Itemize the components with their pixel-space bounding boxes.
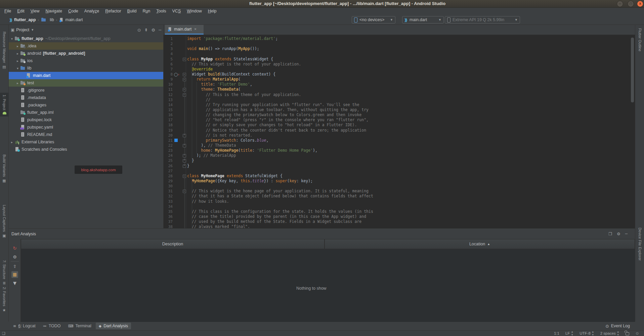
menu-analyze[interactable]: Analyze: [81, 7, 102, 15]
analysis-settings-icon[interactable]: ⚙: [11, 254, 18, 260]
tree-item-pubspec-yaml[interactable]: pubspec.yaml: [9, 124, 163, 131]
override-marker-icon[interactable]: [174, 73, 178, 77]
line-separator-selector[interactable]: LF▲▼: [565, 330, 573, 336]
fold-end-icon[interactable]: ⌃: [183, 159, 186, 162]
menu-navigate[interactable]: Navigate: [43, 7, 65, 15]
menu-file[interactable]: File: [1, 7, 14, 15]
caret-position[interactable]: 1:1: [554, 331, 559, 335]
tree-item-ios[interactable]: ▸ios: [9, 57, 163, 64]
bottom-tab-todo[interactable]: ≔TODO: [40, 323, 64, 329]
restart-analysis-icon[interactable]: ↻: [11, 245, 18, 252]
analysis-panel-header[interactable]: Dart Analysis ❐⚙─: [9, 229, 635, 239]
editor-scrollbar[interactable]: [631, 38, 634, 102]
breadcrumb-item-flutter_app[interactable]: ⟫flutter_app: [9, 17, 36, 22]
stripe-device-file-explorer[interactable]: Device File Explorer: [636, 228, 644, 260]
close-tab-icon[interactable]: ×: [194, 27, 197, 32]
fold-start-icon[interactable]: −: [183, 175, 186, 178]
hide-panel-icon[interactable]: ─: [625, 232, 628, 236]
minimize-button[interactable]: –: [617, 1, 623, 7]
gutter-markers: [173, 112, 181, 117]
code-line: 12− // This is the theme of your applica…: [164, 92, 635, 97]
tree-item-label: .metadata: [27, 95, 46, 100]
unlock-icon[interactable]: [626, 332, 629, 335]
tree-item-lib[interactable]: ▾lib: [9, 64, 163, 72]
bottom-tab-6-logcat[interactable]: ≡6: Logcat: [10, 323, 39, 329]
stripe-resource-manager[interactable]: Resource Manager▤: [0, 32, 8, 69]
expand-icon[interactable]: ⇧: [11, 263, 18, 270]
code-line: 36 // case the title) provided by the pa…: [164, 214, 635, 219]
menu-build[interactable]: Build: [124, 7, 140, 15]
fold-end-icon[interactable]: ⌃: [183, 134, 186, 137]
close-button[interactable]: x: [637, 1, 643, 7]
stripe-7-structure[interactable]: 7: Structure≣: [0, 260, 8, 285]
tool-window-toggle-icon[interactable]: ❑: [2, 331, 5, 336]
column-header-location[interactable]: Location ▲: [325, 239, 635, 249]
tree-item-readme-md[interactable]: README.md: [9, 131, 163, 138]
stripe-2-favorites[interactable]: 2: Favorites★: [0, 287, 8, 313]
tree-item-external-libraries[interactable]: ▸External Libraries: [9, 138, 163, 146]
fold-start-icon[interactable]: −: [183, 73, 186, 76]
fold-end-icon[interactable]: ⌃: [183, 144, 186, 147]
tree-item-scratches-and-consoles[interactable]: Scratches and Consoles: [9, 146, 163, 153]
menu-edit[interactable]: Edit: [14, 7, 28, 15]
event-log-button[interactable]: ⊙ Event Log: [605, 322, 630, 330]
hide-panel-icon[interactable]: ─: [159, 28, 161, 33]
menu-view[interactable]: View: [28, 7, 43, 15]
tree-item--packages[interactable]: .packages: [9, 101, 163, 109]
fold-start-icon[interactable]: −: [183, 88, 186, 91]
title-bar[interactable]: flutter_app [~/Desktop/development/flutt…: [0, 0, 644, 8]
menu-code[interactable]: Code: [65, 7, 81, 15]
filter-icon[interactable]: ▼: [11, 280, 18, 287]
highlighting-level-icon[interactable]: ☺: [635, 331, 639, 336]
stripe-build-variants[interactable]: Build Variants▦: [0, 154, 8, 183]
tree-item-main-dart[interactable]: main.dart: [9, 72, 163, 79]
menu-refactor[interactable]: Refactor: [102, 7, 124, 15]
indent-selector[interactable]: 2 spaces▲▼: [600, 330, 619, 336]
device-selector[interactable]: <no devices> ▼: [352, 16, 395, 23]
maximize-button[interactable]: □: [628, 1, 634, 7]
analysis-results-table[interactable]: Nothing to show: [21, 249, 635, 322]
menu-window[interactable]: Window: [184, 7, 205, 15]
fold-start-icon[interactable]: −: [183, 78, 186, 81]
bottom-tab-dart-analysis[interactable]: ◈Dart Analysis: [96, 323, 131, 329]
settings-icon[interactable]: ⚙: [152, 28, 156, 33]
menu-vcs[interactable]: VCS: [169, 7, 184, 15]
tree-item--metadata[interactable]: .metadata: [9, 94, 163, 101]
menu-run[interactable]: Run: [139, 7, 153, 15]
tree-item-flutter-app[interactable]: ▾flutter_app~/Desktop/development/flutte…: [9, 35, 163, 42]
breadcrumb-item-main.dart[interactable]: main.dart: [59, 17, 83, 22]
run-config-selector[interactable]: ⟫ main.dart ▼: [402, 16, 444, 23]
tree-item--idea[interactable]: ▸.idea: [9, 42, 163, 50]
breadcrumb-item-lib[interactable]: lib: [41, 17, 54, 22]
tab-main-dart[interactable]: main.dart ×: [165, 25, 204, 35]
fold-start-icon[interactable]: −: [183, 58, 186, 61]
stripe-layout-captures[interactable]: Layout Captures▣: [0, 205, 8, 238]
project-panel-header[interactable]: ▣ Project ▼ ⊙⇞⚙─: [9, 25, 163, 35]
line-number: 34: [164, 204, 173, 209]
fold-start-icon[interactable]: −: [183, 93, 186, 97]
settings-icon[interactable]: ⚙: [617, 232, 620, 236]
sort-ascending-icon: ▲: [487, 242, 490, 246]
fold-end-icon[interactable]: ⌃: [183, 154, 186, 157]
tree-item-android[interactable]: ▸android[flutter_app_android]: [9, 50, 163, 57]
stripe-flutter-outline[interactable]: Flutter Outline: [636, 28, 644, 51]
fold-end-icon[interactable]: ⌃: [183, 164, 186, 168]
collapse-all-icon[interactable]: ⇞: [144, 28, 148, 33]
deploy-target-selector[interactable]: Extreme API 19 Q 2k 5.99in ▼: [445, 16, 520, 23]
float-mode-icon[interactable]: ❐: [608, 232, 612, 236]
menu-help[interactable]: Help: [205, 7, 220, 15]
fold-start-icon[interactable]: −: [183, 190, 186, 193]
tree-item-flutter-app-iml[interactable]: flutter_app.iml: [9, 109, 163, 116]
locate-file-icon[interactable]: ⊙: [137, 28, 141, 33]
tree-item-pubspec-lock[interactable]: pubspec.lock: [9, 116, 163, 124]
stripe-1-project[interactable]: 1: Project: [0, 93, 9, 116]
bottom-tab-terminal[interactable]: ⌨Terminal: [65, 323, 94, 329]
encoding-selector[interactable]: UTF-8▲▼: [579, 330, 594, 336]
severity-filter-icon[interactable]: ▦: [11, 271, 18, 278]
tree-item-test[interactable]: ▸test: [9, 79, 163, 87]
tree-item--gitignore[interactable]: .gitignore: [9, 87, 163, 94]
code-area[interactable]: 1import 'package:flutter/material.dart';…: [164, 35, 635, 228]
menu-tools[interactable]: Tools: [153, 7, 169, 15]
column-header-description[interactable]: Description: [21, 239, 325, 249]
color-preview-swatch[interactable]: [174, 139, 178, 142]
